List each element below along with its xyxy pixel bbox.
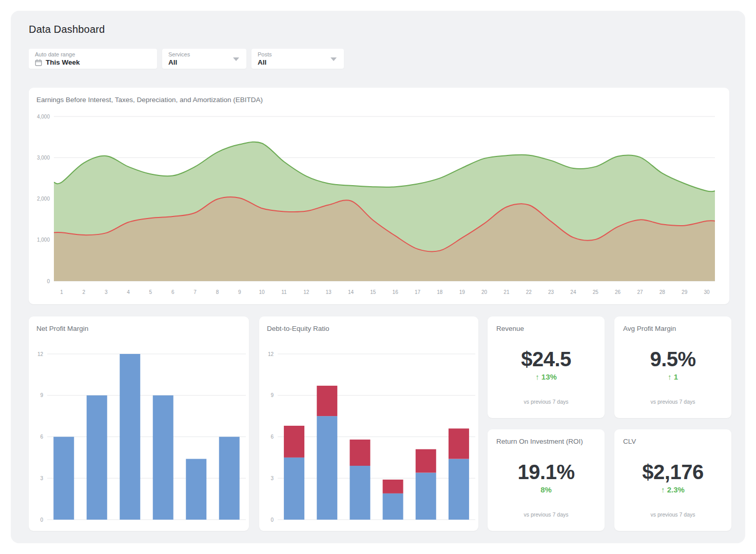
kpi-title: CLV: [623, 438, 636, 445]
posts-value: All: [258, 58, 266, 66]
kpi-title: Return On Investment (ROI): [496, 438, 583, 445]
filter-label: Auto date range: [35, 51, 151, 57]
svg-text:3: 3: [105, 289, 108, 295]
net-profit-margin-bar-chart: 036912: [29, 316, 249, 531]
net-profit-margin-card: Net Profit Margin 036912: [29, 316, 249, 531]
svg-text:6: 6: [40, 434, 43, 440]
svg-text:3: 3: [40, 476, 43, 481]
ebitda-area-chart: 01,0002,0003,0004,0001234567891011121314…: [29, 88, 729, 304]
debt-to-equity-bar-chart: 036912: [259, 316, 478, 531]
svg-text:27: 27: [637, 289, 643, 295]
svg-text:19: 19: [459, 289, 466, 295]
ebitda-chart-card: Earnings Before Interest, Taxes, Depreci…: [29, 88, 729, 304]
kpi-delta: ↑ 1: [614, 372, 731, 381]
svg-text:16: 16: [393, 289, 399, 295]
svg-text:1,000: 1,000: [37, 237, 50, 243]
svg-text:2: 2: [83, 289, 86, 295]
kpi-roi-card: Return On Investment (ROI) 19.1% 8% vs p…: [488, 429, 605, 531]
svg-text:5: 5: [149, 289, 152, 295]
svg-text:0: 0: [270, 517, 274, 523]
kpi-value: 9.5%: [614, 348, 731, 370]
filter-label: Posts: [258, 51, 338, 57]
kpi-revenue-card: Revenue $24.5 ↑ 13% vs previous 7 days: [488, 316, 605, 418]
date-range-filter[interactable]: Auto date range This Week: [29, 49, 157, 69]
svg-text:20: 20: [481, 289, 488, 295]
svg-text:4: 4: [127, 289, 130, 295]
svg-text:21: 21: [503, 289, 510, 295]
svg-text:9: 9: [40, 392, 43, 398]
kpi-value: 19.1%: [488, 461, 605, 483]
svg-text:23: 23: [548, 289, 554, 295]
kpi-clv-card: CLV $2,176 ↑ 2.3% vs previous 7 days: [614, 429, 731, 531]
services-filter[interactable]: Services All: [162, 49, 246, 69]
kpi-note: vs previous 7 days: [614, 399, 731, 405]
kpi-title: Revenue: [496, 325, 524, 332]
filter-label: Services: [168, 51, 240, 57]
svg-text:12: 12: [303, 289, 309, 295]
chevron-down-icon: [331, 57, 337, 61]
posts-filter[interactable]: Posts All: [251, 49, 344, 69]
kpi-value: $2,176: [614, 461, 731, 483]
svg-text:8: 8: [216, 289, 219, 295]
svg-text:15: 15: [370, 289, 376, 295]
svg-text:30: 30: [704, 289, 710, 295]
page-title: Data Dashboard: [29, 24, 105, 35]
svg-text:29: 29: [682, 289, 688, 295]
svg-text:6: 6: [171, 289, 175, 295]
kpi-avg-profit-margin-card: Avg Profit Margin 9.5% ↑ 1 vs previous 7…: [614, 316, 731, 418]
svg-text:3: 3: [270, 476, 274, 481]
svg-text:12: 12: [268, 351, 274, 357]
dashboard-panel: Data Dashboard Auto date range This Week…: [11, 11, 745, 543]
svg-text:24: 24: [570, 289, 576, 295]
svg-text:11: 11: [281, 289, 287, 295]
kpi-note: vs previous 7 days: [488, 511, 605, 518]
svg-text:9: 9: [238, 289, 241, 295]
chevron-down-icon: [233, 57, 239, 61]
kpi-title: Avg Profit Margin: [623, 325, 676, 332]
svg-text:4,000: 4,000: [37, 114, 50, 120]
kpi-value: $24.5: [488, 348, 605, 370]
svg-text:7: 7: [193, 289, 197, 295]
svg-text:14: 14: [348, 289, 354, 295]
kpi-note: vs previous 7 days: [488, 399, 605, 405]
svg-text:26: 26: [615, 289, 621, 295]
kpi-note: vs previous 7 days: [614, 511, 731, 518]
svg-text:25: 25: [593, 289, 599, 295]
svg-text:9: 9: [270, 392, 274, 398]
kpi-delta: ↑ 2.3%: [614, 485, 731, 494]
kpi-delta: 8%: [488, 485, 605, 494]
svg-text:12: 12: [37, 351, 44, 357]
svg-text:2,000: 2,000: [37, 196, 50, 202]
svg-text:18: 18: [437, 289, 443, 295]
svg-text:1: 1: [60, 289, 63, 295]
svg-text:6: 6: [270, 434, 274, 440]
svg-text:28: 28: [660, 289, 666, 295]
svg-text:10: 10: [259, 289, 265, 295]
debt-to-equity-card: Debt-to-Equity Ratio 036912: [259, 316, 478, 531]
date-range-value: This Week: [46, 58, 80, 66]
svg-text:3,000: 3,000: [37, 155, 50, 161]
kpi-delta: ↑ 13%: [488, 372, 605, 381]
svg-text:0: 0: [47, 279, 50, 284]
services-value: All: [168, 58, 177, 66]
svg-text:0: 0: [40, 517, 43, 523]
svg-text:17: 17: [415, 289, 421, 295]
svg-text:13: 13: [326, 289, 332, 295]
calendar-icon: [35, 59, 42, 66]
svg-text:22: 22: [526, 289, 532, 295]
